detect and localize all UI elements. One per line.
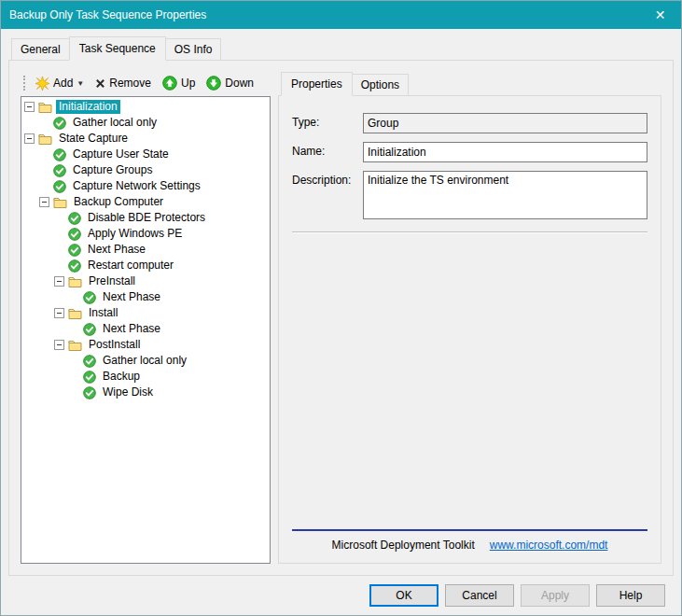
toolbar-add-label: Add [53, 77, 73, 90]
tree-item-install[interactable]: Install [21, 305, 270, 321]
tree-item-label: Next Phase [85, 243, 148, 257]
toolbar-up-button[interactable]: Up [158, 74, 202, 92]
toolbar-remove-label: Remove [109, 77, 151, 90]
tab-properties[interactable]: Properties [281, 72, 353, 96]
tree-item-disable-bde-protectors[interactable]: Disable BDE Protectors [21, 210, 270, 226]
name-field-row: Name: [292, 142, 647, 162]
step-check-icon [83, 355, 96, 368]
task-sequence-tree[interactable]: InitializationGather local onlyState Cap… [21, 96, 271, 564]
tree-item-label: Gather local only [70, 116, 160, 130]
collapse-toggle-icon[interactable] [54, 308, 64, 318]
tree-item-initialization[interactable]: Initialization [21, 99, 270, 115]
titlebar: Backup Only Task Sequence Properties ✕ [1, 1, 681, 29]
tree-item-label: PreInstall [86, 274, 138, 288]
step-check-icon [68, 259, 81, 273]
remove-icon [95, 78, 105, 89]
description-label: Description: [292, 171, 363, 187]
tree-item-apply-windows-pe[interactable]: Apply Windows PE [21, 226, 270, 242]
tree-item-capture-groups[interactable]: Capture Groups [21, 162, 270, 178]
tree-item-state-capture[interactable]: State Capture [21, 131, 270, 147]
step-check-icon [68, 244, 81, 257]
ok-button[interactable]: OK [369, 584, 438, 607]
group-folder-icon [68, 307, 82, 319]
tree-item-label: Backup [100, 370, 143, 384]
tab-os-info[interactable]: OS Info [165, 38, 222, 61]
step-check-icon [83, 386, 96, 399]
collapse-toggle-icon[interactable] [54, 340, 64, 350]
tree-item-label: Capture User State [70, 147, 172, 161]
tab-task-sequence[interactable]: Task Sequence [69, 36, 166, 61]
tree-item-label: Capture Network Settings [70, 179, 203, 193]
name-input[interactable] [363, 142, 647, 162]
group-folder-icon [53, 196, 67, 208]
toolbar-gripper [23, 76, 26, 91]
tree-item-label: Backup Computer [71, 195, 166, 209]
dialog-buttons: OKCancelApplyHelp [8, 576, 674, 615]
description-input[interactable]: Initialize the TS environment [363, 171, 647, 219]
step-check-icon [83, 323, 96, 336]
toolbar-down-label: Down [225, 77, 254, 90]
footer: Microsoft Deployment Toolkit www.microso… [292, 531, 647, 553]
tree-item-next-phase[interactable]: Next Phase [21, 242, 270, 258]
collapse-toggle-icon[interactable] [24, 102, 35, 112]
window-title: Backup Only Task Sequence Properties [9, 8, 639, 21]
details-panel: PropertiesOptions Type: Name: Descriptio… [278, 72, 661, 564]
apply-button: Apply [521, 584, 590, 607]
dropdown-arrow-icon: ▼ [77, 79, 84, 88]
toolbar: Add▼RemoveUpDown [21, 72, 271, 96]
tree-item-backup[interactable]: Backup [21, 369, 270, 385]
properties-tabs: PropertiesOptions [278, 72, 661, 96]
tree-item-preinstall[interactable]: PreInstall [21, 273, 270, 289]
type-field-row: Type: [292, 113, 647, 133]
tree-item-capture-network-settings[interactable]: Capture Network Settings [21, 178, 270, 194]
tree-item-gather-local-only[interactable]: Gather local only [21, 115, 270, 131]
tree-item-next-phase[interactable]: Next Phase [21, 321, 270, 337]
collapse-toggle-icon[interactable] [24, 133, 35, 144]
tree-item-gather-local-only[interactable]: Gather local only [21, 353, 270, 369]
footer-brand: Microsoft Deployment Toolkit [332, 539, 475, 552]
collapse-toggle-icon[interactable] [54, 276, 64, 287]
tab-general[interactable]: General [11, 38, 70, 61]
step-check-icon [53, 164, 66, 177]
tree-item-restart-computer[interactable]: Restart computer [21, 258, 270, 273]
type-label: Type: [292, 113, 363, 129]
help-button[interactable]: Help [596, 584, 665, 607]
tree-item-backup-computer[interactable]: Backup Computer [21, 194, 270, 210]
tree-item-label: State Capture [56, 132, 131, 146]
group-folder-icon [68, 275, 82, 287]
step-check-icon [53, 180, 66, 193]
properties-page: Type: Name: Description: Initialize the … [278, 95, 661, 564]
close-icon[interactable]: ✕ [639, 1, 681, 29]
tree-item-label: Disable BDE Protectors [85, 211, 208, 225]
sequence-panel: Add▼RemoveUpDown InitializationGather lo… [21, 72, 271, 564]
tree-item-label: PostInstall [86, 338, 143, 352]
step-check-icon [68, 228, 81, 241]
step-check-icon [53, 148, 66, 161]
cancel-button[interactable]: Cancel [445, 584, 514, 607]
dialog-body: GeneralTask SequenceOS Info Add▼RemoveUp… [1, 29, 681, 615]
tree-item-label: Wipe Disk [100, 385, 156, 399]
tree-item-postinstall[interactable]: PostInstall [21, 337, 270, 353]
tree-item-label: Gather local only [100, 354, 189, 368]
tree-item-label: Initialization [56, 100, 120, 114]
tree-item-wipe-disk[interactable]: Wipe Disk [21, 385, 270, 400]
group-folder-icon [68, 339, 82, 351]
tree-item-label: Capture Groups [70, 163, 155, 177]
toolbar-remove-button[interactable]: Remove [90, 75, 158, 91]
type-input [363, 113, 647, 133]
tree-item-capture-user-state[interactable]: Capture User State [21, 147, 270, 162]
description-field-row: Description: Initialize the TS environme… [292, 171, 647, 219]
tree-item-next-phase[interactable]: Next Phase [21, 289, 270, 305]
step-check-icon [83, 371, 96, 384]
name-label: Name: [292, 142, 363, 158]
toolbar-add-button[interactable]: Add▼ [31, 75, 90, 92]
collapse-toggle-icon[interactable] [39, 197, 49, 207]
toolbar-down-button[interactable]: Down [202, 74, 260, 92]
tab-options[interactable]: Options [352, 74, 409, 96]
group-folder-icon [38, 101, 52, 113]
step-check-icon [83, 291, 96, 304]
tree-item-label: Next Phase [100, 290, 163, 304]
footer-link[interactable]: www.microsoft.com/mdt [490, 539, 608, 552]
tree-item-label: Next Phase [100, 322, 163, 336]
task-sequence-tabpage: Add▼RemoveUpDown InitializationGather lo… [8, 60, 674, 576]
